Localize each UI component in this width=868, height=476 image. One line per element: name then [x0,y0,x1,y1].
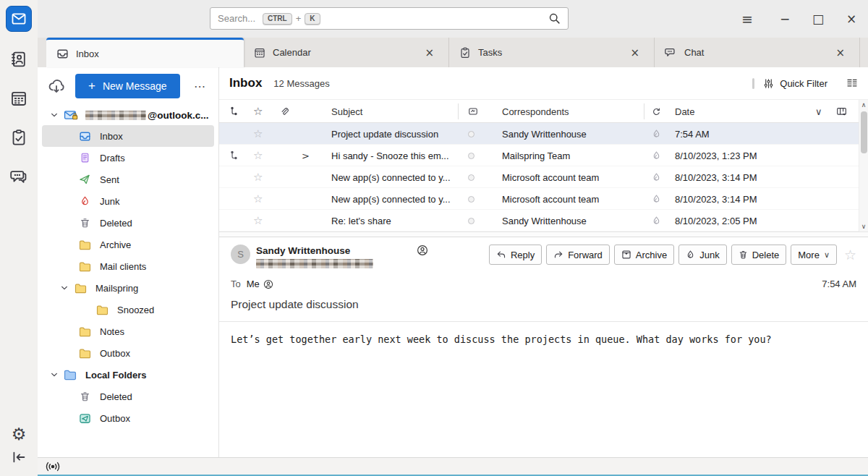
maximize-button[interactable]: □ [801,0,835,38]
tab-calendar[interactable]: Calendar × [244,38,449,67]
more-button[interactable]: More ∨ [791,245,837,265]
add-contact-icon[interactable] [417,245,428,256]
folder-notes[interactable]: Notes [38,320,218,342]
folder-local-deleted[interactable]: Deleted [38,386,218,407]
column-divider[interactable] [644,103,644,119]
minimize-button[interactable]: − [768,0,801,38]
close-button[interactable]: × [835,0,868,38]
column-date[interactable]: Date [675,100,791,123]
message-subject: New app(s) connected to y... [331,166,456,188]
column-correspondents[interactable]: Correspondents [502,100,636,123]
folder-outbox[interactable]: Outbox [38,342,218,364]
tab-inbox[interactable]: Inbox [46,38,244,67]
folder-archive[interactable]: Archive [38,234,218,255]
chat-space-button[interactable] [7,165,30,188]
new-message-button[interactable]: + New Message [75,74,180,98]
star-icon[interactable]: ☆ [253,166,263,188]
global-search-input[interactable]: Search... CTRL + K [210,7,569,30]
to-label: To [231,279,241,289]
folder-deleted[interactable]: Deleted [38,212,218,234]
junk-button[interactable]: Junk [678,245,726,265]
mark-junk-icon[interactable] [652,145,661,166]
folder-snoozed[interactable]: Snoozed [38,299,218,320]
chevron-down-icon[interactable] [59,284,69,292]
star-icon[interactable]: ☆ [253,145,263,166]
sort-direction-icon[interactable]: ∨ [815,100,822,123]
mark-junk-icon[interactable] [652,210,661,231]
star-icon[interactable]: ☆ [253,123,263,145]
quick-filter-button[interactable]: Quick Filter [763,78,827,89]
column-divider[interactable] [458,103,459,119]
pane-splitter[interactable] [219,231,868,237]
message-row[interactable]: ☆ > Hi sandy - Snooze this em... Mailspr… [219,145,868,166]
attachment-column-icon[interactable] [280,100,289,123]
message-list-display-options-icon[interactable] [846,77,858,89]
star-icon[interactable]: ☆ [253,210,263,231]
reply-button[interactable]: Reply [489,245,542,265]
folder-mail-clients[interactable]: Mail clients [38,255,218,277]
star-icon[interactable]: ☆ [253,188,263,210]
folder-label: Snoozed [117,305,154,315]
forward-button[interactable]: Forward [546,245,610,265]
message-date: 8/10/2023, 1:23 PM [675,145,791,166]
close-tab-icon[interactable]: × [831,45,849,61]
spam-column-icon[interactable] [468,100,478,123]
message-row[interactable]: ☆ Re: let's share Sandy Writtenhouse 8/1… [219,210,868,231]
mail-space-button[interactable] [6,6,32,32]
account-row[interactable]: @outlook.c... [38,105,218,125]
sender-avatar: S [231,245,250,264]
collapse-spaces-button[interactable] [7,446,30,469]
folder-sent[interactable]: Sent [38,169,218,190]
list-scrollbar[interactable]: ∧ ∨ [859,100,868,231]
calendar-space-button[interactable] [7,87,30,110]
star-column-icon[interactable]: ☆ [253,100,263,123]
column-picker-icon[interactable] [836,100,847,123]
message-row[interactable]: ☆ New app(s) connected to y... Microsoft… [219,166,868,188]
date-sort-icon[interactable] [652,100,661,123]
close-tab-icon[interactable]: × [626,45,644,61]
broadcast-status-icon[interactable] [43,460,62,473]
scrollbar-thumb[interactable] [861,111,867,153]
account-local-folders[interactable]: Local Folders [38,364,218,386]
thread-column-icon[interactable] [229,100,239,123]
mark-junk-icon[interactable] [652,166,661,188]
close-tab-icon[interactable]: × [420,45,438,61]
folder-pane-options-icon[interactable]: ⋯ [188,77,211,96]
expand-thread-icon[interactable]: > [302,145,310,166]
gear-icon: ⚙ [12,426,27,443]
tasks-space-button[interactable] [7,126,30,149]
get-messages-icon[interactable] [48,77,65,95]
junk-status-icon[interactable] [468,166,475,188]
message-row[interactable]: ☆ New app(s) connected to y... Microsoft… [219,188,868,210]
address-book-space-button[interactable] [7,48,30,71]
folder-junk[interactable]: Junk [38,190,218,212]
message-row[interactable]: ☆ Project update discussion Sandy Writte… [219,123,868,145]
settings-button[interactable]: ⚙ [7,422,30,446]
mark-junk-icon[interactable] [652,188,661,210]
me-recipient[interactable]: Me [247,279,260,289]
scroll-up-icon[interactable]: ∧ [861,100,867,110]
scroll-down-icon[interactable]: ∨ [861,221,867,231]
tab-chat[interactable]: Chat × [655,38,860,67]
column-subject[interactable]: Subject [331,100,456,123]
message-list-and-reader: Inbox 12 Messages Quick Filter [219,67,868,457]
window-controls: ≡ − □ × [731,0,868,38]
junk-status-icon[interactable] [468,188,475,210]
folder-drafts[interactable]: Drafts [38,147,218,169]
junk-status-icon[interactable] [468,210,475,231]
message-correspondent: Microsoft account team [502,188,636,210]
folder-inbox[interactable]: Inbox [42,125,214,147]
folder-local-outbox[interactable]: Outbox [38,407,218,429]
tab-tasks[interactable]: Tasks × [449,38,655,67]
mark-junk-icon[interactable] [652,123,661,145]
archive-button[interactable]: Archive [614,245,674,265]
app-menu-button[interactable]: ≡ [731,0,764,38]
flag-message-star-icon[interactable]: ☆ [844,247,856,263]
mail-3pane: + New Message ⋯ [38,67,868,457]
delete-button[interactable]: Delete [731,245,787,265]
junk-status-icon[interactable] [468,145,475,166]
contact-circle-icon[interactable] [263,279,273,289]
chevron-down-icon[interactable] [49,371,59,378]
folder-mailspring[interactable]: Mailspring [38,277,218,299]
junk-status-icon[interactable] [468,123,475,145]
